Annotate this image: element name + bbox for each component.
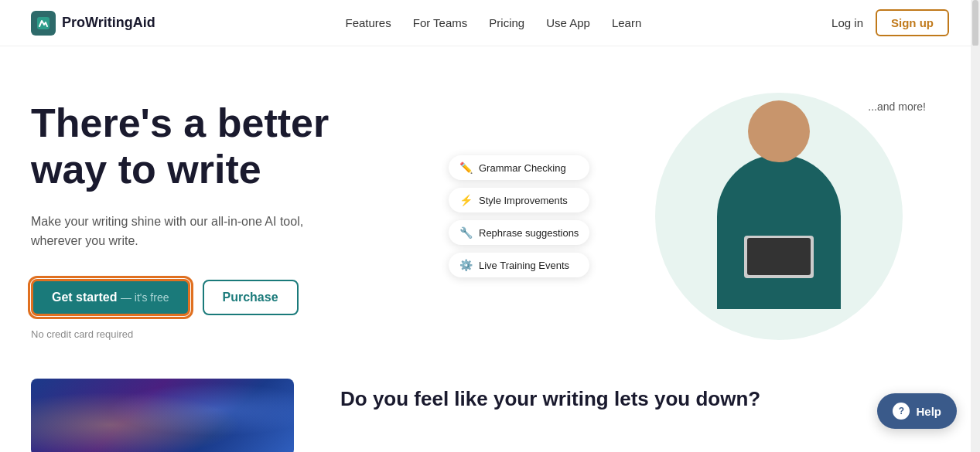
artwork-image: [31, 379, 294, 452]
hero-title: There's a better way to write: [31, 100, 433, 193]
get-started-button[interactable]: Get started — it's free: [31, 279, 190, 316]
feature-pills: ✏️ Grammar Checking ⚡ Style Improvements…: [449, 155, 589, 277]
more-label: ...and more!: [868, 100, 926, 113]
bottom-title: Do you feel like your writing lets you d…: [340, 386, 949, 413]
login-button[interactable]: Log in: [831, 16, 863, 29]
hero-section: There's a better way to write Make your …: [0, 46, 980, 371]
pill-grammar: ✏️ Grammar Checking: [449, 155, 589, 180]
hero-content: There's a better way to write Make your …: [31, 85, 433, 340]
scrollbar[interactable]: [971, 0, 980, 452]
bottom-text: Do you feel like your writing lets you d…: [340, 379, 949, 413]
person-body: [717, 155, 841, 309]
person-figure: [694, 100, 864, 348]
laptop-screen: [747, 238, 811, 275]
pill-training: ⚙️ Live Training Events: [449, 253, 589, 277]
hero-illustration: ✏️ Grammar Checking ⚡ Style Improvements…: [433, 85, 949, 348]
bottom-artwork: [31, 379, 294, 452]
logo-link[interactable]: ProWritingAid: [31, 11, 155, 36]
rephrase-icon: 🔧: [459, 226, 473, 239]
help-button[interactable]: ? Help: [877, 393, 957, 429]
style-icon: ⚡: [459, 194, 473, 206]
navigation: ProWritingAid Features For Teams Pricing…: [0, 0, 980, 46]
signup-button[interactable]: Sign up: [876, 9, 949, 36]
help-icon: ?: [893, 403, 910, 420]
person-head: [748, 100, 810, 162]
hero-subtitle: Make your writing shine with our all-in-…: [31, 212, 325, 251]
pill-rephrase: 🔧 Rephrase suggestions: [449, 220, 589, 245]
training-icon: ⚙️: [459, 259, 473, 271]
person-laptop: [744, 236, 814, 278]
bottom-section: Do you feel like your writing lets you d…: [0, 371, 980, 452]
brand-name: ProWritingAid: [62, 15, 155, 31]
nav-links: Features For Teams Pricing Use App Learn: [346, 16, 642, 29]
hero-buttons: Get started — it's free Purchase: [31, 279, 433, 316]
no-credit-text: No credit card required: [31, 328, 433, 340]
grammar-icon: ✏️: [459, 161, 473, 174]
pill-style: ⚡ Style Improvements: [449, 188, 589, 212]
nav-features[interactable]: Features: [346, 16, 391, 29]
purchase-button[interactable]: Purchase: [203, 280, 299, 315]
artwork-swirl: [31, 379, 294, 452]
person-illustration: [671, 85, 887, 348]
nav-actions: Log in Sign up: [831, 9, 949, 36]
nav-learn[interactable]: Learn: [612, 16, 641, 29]
logo-icon: [31, 11, 56, 36]
nav-use-app[interactable]: Use App: [546, 16, 590, 29]
nav-pricing[interactable]: Pricing: [489, 16, 524, 29]
nav-teams[interactable]: For Teams: [413, 16, 468, 29]
